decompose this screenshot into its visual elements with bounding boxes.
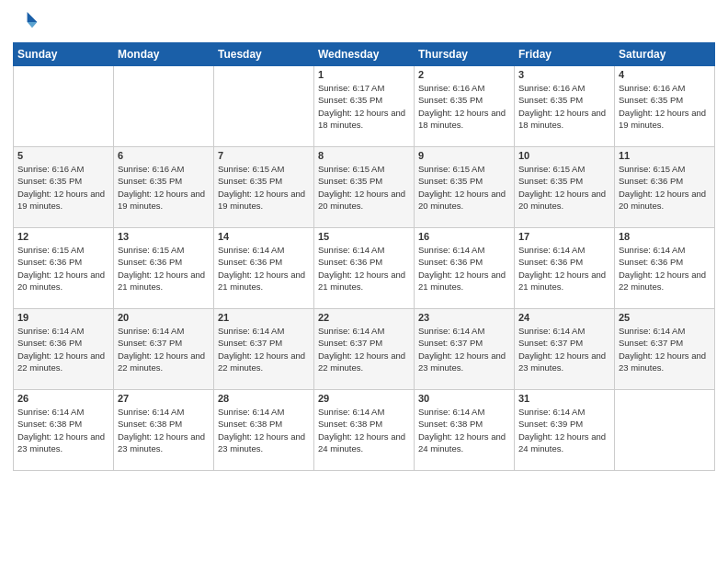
calendar-week-4: 19Sunrise: 6:14 AM Sunset: 6:36 PM Dayli… [14,309,715,390]
col-friday: Friday [515,43,615,66]
day-number: 30 [418,393,510,404]
day-number: 4 [619,69,711,80]
calendar-cell: 21Sunrise: 6:14 AM Sunset: 6:37 PM Dayli… [214,309,314,390]
day-number: 22 [318,312,410,323]
day-info: Sunrise: 6:14 AM Sunset: 6:37 PM Dayligh… [418,325,510,373]
day-number: 11 [619,150,711,161]
day-number: 24 [518,312,610,323]
page: Sunday Monday Tuesday Wednesday Thursday… [0,0,728,563]
svg-marker-1 [28,22,38,28]
day-number: 2 [418,69,510,80]
day-number: 21 [218,312,310,323]
calendar-cell: 30Sunrise: 6:14 AM Sunset: 6:38 PM Dayli… [415,390,515,471]
calendar-cell: 19Sunrise: 6:14 AM Sunset: 6:36 PM Dayli… [14,309,114,390]
calendar-cell: 8Sunrise: 6:15 AM Sunset: 6:35 PM Daylig… [314,147,415,228]
day-number: 20 [118,312,210,323]
day-number: 25 [619,312,711,323]
day-number: 15 [318,231,410,242]
day-number: 29 [318,393,410,404]
day-info: Sunrise: 6:15 AM Sunset: 6:35 PM Dayligh… [218,163,310,212]
day-number: 18 [619,231,711,242]
day-number: 12 [17,231,109,242]
day-info: Sunrise: 6:15 AM Sunset: 6:35 PM Dayligh… [318,163,410,212]
day-info: Sunrise: 6:15 AM Sunset: 6:36 PM Dayligh… [619,163,711,212]
day-info: Sunrise: 6:14 AM Sunset: 6:36 PM Dayligh… [619,244,711,293]
day-number: 9 [418,150,510,161]
day-number: 14 [218,231,310,242]
day-number: 26 [17,393,109,404]
day-number: 1 [318,69,410,80]
col-thursday: Thursday [415,43,515,66]
day-info: Sunrise: 6:15 AM Sunset: 6:35 PM Dayligh… [418,163,510,212]
calendar-header-row: Sunday Monday Tuesday Wednesday Thursday… [14,43,715,66]
calendar-cell: 4Sunrise: 6:16 AM Sunset: 6:35 PM Daylig… [615,66,715,147]
calendar-week-5: 26Sunrise: 6:14 AM Sunset: 6:38 PM Dayli… [14,390,715,471]
day-number: 19 [17,312,109,323]
calendar-cell: 13Sunrise: 6:15 AM Sunset: 6:36 PM Dayli… [114,228,214,309]
day-info: Sunrise: 6:14 AM Sunset: 6:36 PM Dayligh… [418,244,510,293]
calendar-cell: 14Sunrise: 6:14 AM Sunset: 6:36 PM Dayli… [214,228,314,309]
calendar-cell: 7Sunrise: 6:15 AM Sunset: 6:35 PM Daylig… [214,147,314,228]
day-info: Sunrise: 6:14 AM Sunset: 6:36 PM Dayligh… [218,244,310,293]
day-number: 23 [418,312,510,323]
calendar-cell [114,66,214,147]
day-number: 28 [218,393,310,404]
col-wednesday: Wednesday [314,43,415,66]
day-number: 16 [418,231,510,242]
day-info: Sunrise: 6:15 AM Sunset: 6:35 PM Dayligh… [518,163,610,212]
day-number: 6 [118,150,210,161]
svg-marker-0 [28,12,38,22]
day-info: Sunrise: 6:15 AM Sunset: 6:36 PM Dayligh… [118,244,210,293]
calendar-table: Sunday Monday Tuesday Wednesday Thursday… [13,42,715,471]
day-info: Sunrise: 6:14 AM Sunset: 6:38 PM Dayligh… [418,406,510,454]
day-info: Sunrise: 6:14 AM Sunset: 6:38 PM Dayligh… [318,406,410,454]
calendar-cell: 28Sunrise: 6:14 AM Sunset: 6:38 PM Dayli… [214,390,314,471]
calendar-cell: 9Sunrise: 6:15 AM Sunset: 6:35 PM Daylig… [415,147,515,228]
col-monday: Monday [114,43,214,66]
day-number: 5 [17,150,109,161]
day-number: 8 [318,150,410,161]
day-info: Sunrise: 6:16 AM Sunset: 6:35 PM Dayligh… [17,163,109,212]
day-info: Sunrise: 6:14 AM Sunset: 6:38 PM Dayligh… [17,406,109,454]
calendar-cell: 20Sunrise: 6:14 AM Sunset: 6:37 PM Dayli… [114,309,214,390]
day-info: Sunrise: 6:14 AM Sunset: 6:37 PM Dayligh… [118,325,210,373]
calendar-cell: 6Sunrise: 6:16 AM Sunset: 6:35 PM Daylig… [114,147,214,228]
logo-icon [13,9,39,35]
calendar-cell: 12Sunrise: 6:15 AM Sunset: 6:36 PM Dayli… [14,228,114,309]
calendar-week-1: 1Sunrise: 6:17 AM Sunset: 6:35 PM Daylig… [14,66,715,147]
day-info: Sunrise: 6:14 AM Sunset: 6:38 PM Dayligh… [118,406,210,454]
day-info: Sunrise: 6:14 AM Sunset: 6:36 PM Dayligh… [17,325,109,373]
calendar-cell: 22Sunrise: 6:14 AM Sunset: 6:37 PM Dayli… [314,309,415,390]
day-number: 27 [118,393,210,404]
day-info: Sunrise: 6:14 AM Sunset: 6:38 PM Dayligh… [218,406,310,454]
calendar-cell: 2Sunrise: 6:16 AM Sunset: 6:35 PM Daylig… [415,66,515,147]
day-number: 10 [518,150,610,161]
day-info: Sunrise: 6:16 AM Sunset: 6:35 PM Dayligh… [518,82,610,131]
calendar-cell: 31Sunrise: 6:14 AM Sunset: 6:39 PM Dayli… [515,390,615,471]
calendar-cell: 18Sunrise: 6:14 AM Sunset: 6:36 PM Dayli… [615,228,715,309]
col-sunday: Sunday [14,43,114,66]
day-number: 3 [518,69,610,80]
logo [13,9,40,35]
day-info: Sunrise: 6:14 AM Sunset: 6:37 PM Dayligh… [619,325,711,373]
calendar-week-3: 12Sunrise: 6:15 AM Sunset: 6:36 PM Dayli… [14,228,715,309]
calendar-cell: 16Sunrise: 6:14 AM Sunset: 6:36 PM Dayli… [415,228,515,309]
calendar-week-2: 5Sunrise: 6:16 AM Sunset: 6:35 PM Daylig… [14,147,715,228]
day-number: 31 [518,393,610,404]
day-number: 17 [518,231,610,242]
day-number: 7 [218,150,310,161]
col-saturday: Saturday [615,43,715,66]
day-info: Sunrise: 6:14 AM Sunset: 6:36 PM Dayligh… [318,244,410,293]
header [13,9,715,35]
day-number: 13 [118,231,210,242]
calendar-cell: 5Sunrise: 6:16 AM Sunset: 6:35 PM Daylig… [14,147,114,228]
calendar-cell: 26Sunrise: 6:14 AM Sunset: 6:38 PM Dayli… [14,390,114,471]
calendar-cell: 1Sunrise: 6:17 AM Sunset: 6:35 PM Daylig… [314,66,415,147]
day-info: Sunrise: 6:14 AM Sunset: 6:37 PM Dayligh… [318,325,410,373]
day-info: Sunrise: 6:15 AM Sunset: 6:36 PM Dayligh… [17,244,109,293]
day-info: Sunrise: 6:14 AM Sunset: 6:36 PM Dayligh… [518,244,610,293]
day-info: Sunrise: 6:17 AM Sunset: 6:35 PM Dayligh… [318,82,410,131]
calendar-cell: 3Sunrise: 6:16 AM Sunset: 6:35 PM Daylig… [515,66,615,147]
calendar-cell: 23Sunrise: 6:14 AM Sunset: 6:37 PM Dayli… [415,309,515,390]
calendar-cell [14,66,114,147]
